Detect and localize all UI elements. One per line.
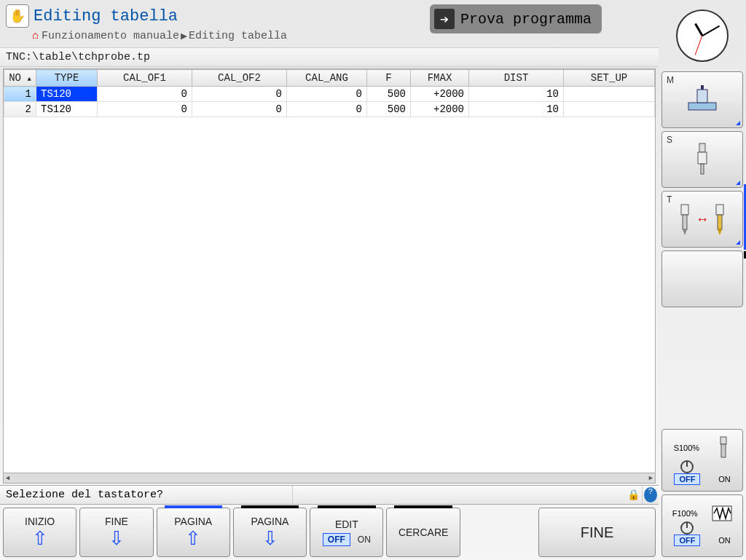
chevron-right-icon: ▶ xyxy=(181,29,187,43)
toggle-off[interactable]: OFF xyxy=(323,533,350,546)
svg-rect-2 xyxy=(701,85,704,90)
knob-icon xyxy=(680,460,694,473)
override-s-off[interactable]: OFF xyxy=(674,473,700,485)
clock-widget xyxy=(661,3,743,68)
svg-rect-12 xyxy=(721,437,726,444)
svg-rect-4 xyxy=(698,152,707,164)
knob-icon xyxy=(680,521,694,535)
override-feed[interactable]: F100% OFF ON xyxy=(661,494,743,557)
file-path: TNC:\table\tchprobe.tp xyxy=(0,47,659,67)
softkey-empty xyxy=(463,508,535,557)
help-icon[interactable]: ? xyxy=(644,487,657,502)
toggle-on[interactable]: ON xyxy=(358,535,371,545)
spindle-icon xyxy=(694,142,711,177)
table-row[interactable]: 2 TS120 0 0 0 500 +2000 10 xyxy=(4,102,655,117)
secondary-mode-badge[interactable]: ➔ Prova programma xyxy=(430,4,602,33)
override-spindle[interactable]: S100% OFF ON xyxy=(661,429,743,492)
svg-rect-1 xyxy=(697,90,707,103)
tool-change-icon: ↔ xyxy=(677,202,728,237)
svg-rect-10 xyxy=(718,215,722,229)
svg-rect-5 xyxy=(701,164,704,174)
softkey-fine[interactable]: FINE ⇩ xyxy=(79,508,153,557)
breadcrumb-item-2[interactable]: Editing tabella xyxy=(189,30,287,42)
svg-rect-9 xyxy=(716,205,723,215)
col-fmax[interactable]: FMAX xyxy=(411,70,469,87)
softkey-edit-toggle[interactable]: EDIT OFF ON xyxy=(310,508,383,557)
override-s-on[interactable]: ON xyxy=(718,475,731,484)
arrow-down-icon: ⇩ xyxy=(109,527,125,550)
table-row[interactable]: 1 TS120 0 0 0 500 +2000 10 xyxy=(4,87,655,102)
analog-clock-icon xyxy=(676,9,729,62)
page-title: Editing tabella xyxy=(34,7,178,25)
svg-rect-0 xyxy=(688,103,716,110)
feed-wave-icon xyxy=(712,505,732,521)
col-calof2[interactable]: CAL_OF2 xyxy=(192,70,287,87)
side-button-empty[interactable] xyxy=(661,251,743,307)
col-calang[interactable]: CAL_ANG xyxy=(287,70,367,87)
svg-rect-3 xyxy=(699,143,705,152)
svg-rect-6 xyxy=(681,205,688,215)
softkey-fine-end[interactable]: FINE xyxy=(538,508,656,557)
svg-marker-8 xyxy=(683,229,687,235)
spindle-small-icon xyxy=(716,435,731,460)
arrow-up-icon: ⇧ xyxy=(185,527,201,550)
override-f-on[interactable]: ON xyxy=(718,536,731,545)
secondary-mode-label: Prova programma xyxy=(460,11,592,28)
side-button-m[interactable]: M xyxy=(661,71,743,128)
col-type[interactable]: TYPE xyxy=(36,70,98,87)
softkey-cercare[interactable]: CERCARE xyxy=(386,508,460,557)
lock-icon: 🔒 xyxy=(627,489,639,501)
side-button-s[interactable]: S xyxy=(661,131,743,188)
softkey-pagina-down[interactable]: PAGINA ⇩ xyxy=(233,508,307,557)
col-dist[interactable]: DIST xyxy=(469,70,564,87)
softkey-inizio[interactable]: INIZIO ⇧ xyxy=(3,508,76,557)
mode-icon-manual[interactable] xyxy=(6,4,29,28)
override-f-off[interactable]: OFF xyxy=(674,535,700,546)
col-no[interactable]: NO ▲ xyxy=(4,70,36,87)
prompt-input-area[interactable]: 🔒 xyxy=(293,486,643,504)
home-icon[interactable]: ⌂ xyxy=(32,30,39,42)
softkey-pagina-up[interactable]: PAGINA ⇧ xyxy=(157,508,230,557)
machine-icon xyxy=(684,85,721,114)
side-button-t[interactable]: T ↔ xyxy=(661,191,743,248)
arrow-right-box-icon: ➔ xyxy=(434,9,455,29)
breadcrumb-item-1[interactable]: Funzionamento manuale xyxy=(42,30,179,42)
prompt-text: Selezione del tastatore? xyxy=(0,486,293,504)
horizontal-scrollbar[interactable] xyxy=(4,473,655,483)
arrow-up-icon: ⇧ xyxy=(32,527,48,550)
col-calof1[interactable]: CAL_OF1 xyxy=(98,70,192,87)
svg-rect-7 xyxy=(683,215,687,229)
arrow-down-icon: ⇩ xyxy=(262,527,278,550)
col-f[interactable]: F xyxy=(367,70,411,87)
svg-marker-11 xyxy=(718,229,722,235)
col-setup[interactable]: SET_UP xyxy=(564,70,655,87)
svg-rect-13 xyxy=(721,444,726,457)
data-table[interactable]: NO ▲ TYPE CAL_OF1 CAL_OF2 CAL_ANG F FMAX… xyxy=(3,68,656,484)
